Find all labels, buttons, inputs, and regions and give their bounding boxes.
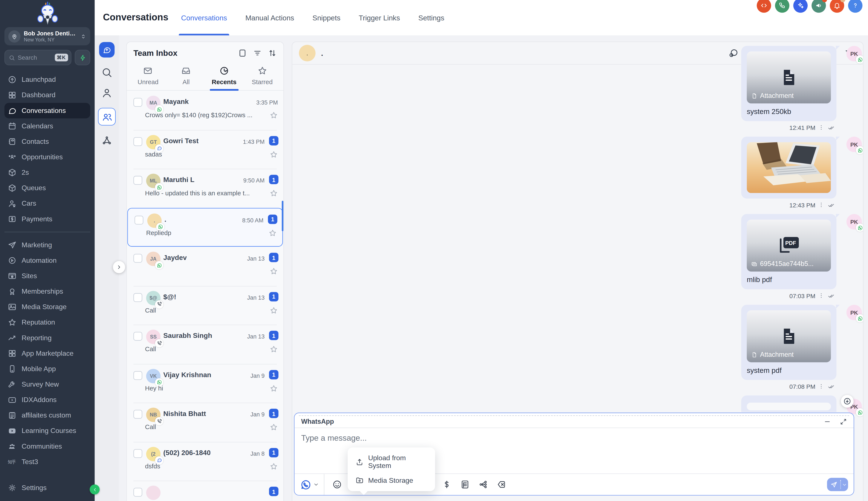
star-icon[interactable] xyxy=(269,228,277,237)
integrations-button[interactable] xyxy=(477,478,490,491)
sidebar-item-conversations[interactable]: Conversations xyxy=(4,103,90,118)
conversation-row[interactable]: VKVijay KrishnanJan 91Hey hi xyxy=(127,364,283,403)
sidebar-collapse-button[interactable] xyxy=(90,484,100,494)
tab-snippets[interactable]: Snippets xyxy=(312,0,340,35)
conversation-row[interactable]: NBNishita BhattJan 91Call xyxy=(127,403,283,442)
attachment-card[interactable]: Attachment xyxy=(747,310,831,362)
sidebar-item-queues[interactable]: Queues xyxy=(0,180,95,196)
expand-panel-button[interactable] xyxy=(113,261,125,273)
sidebar-item-learning-courses[interactable]: Learning Courses xyxy=(0,423,95,438)
row-checkbox[interactable] xyxy=(134,98,142,107)
sidebar-item-dashboard[interactable]: Dashboard xyxy=(0,87,95,103)
help-button[interactable] xyxy=(848,0,862,13)
sidebar-item-payments[interactable]: Payments xyxy=(0,211,95,227)
send-options-chevron-icon[interactable] xyxy=(841,482,848,487)
filter-icon[interactable] xyxy=(253,49,262,57)
minimize-icon[interactable] xyxy=(824,418,831,425)
star-icon[interactable] xyxy=(270,306,278,315)
sidebar-item-marketing[interactable]: Marketing xyxy=(0,237,95,253)
account-switcher[interactable]: Bob Jones Dentistry ... New York, NY xyxy=(4,27,90,45)
conversation-row[interactable]: GTGowri Test1:43 PM1sadas xyxy=(127,130,283,169)
expand-icon[interactable] xyxy=(840,418,847,425)
sidebar-item-launchpad[interactable]: Launchpad xyxy=(0,72,95,87)
conversation-row[interactable]: 1 xyxy=(127,481,283,501)
menu-item-media-storage[interactable]: Media Storage xyxy=(348,473,435,488)
sidebar-item-sites[interactable]: Sites xyxy=(0,268,95,284)
forms-button[interactable] xyxy=(458,478,472,491)
sidebar-item-survey-new[interactable]: Survey New xyxy=(0,377,95,392)
request-payment-button[interactable] xyxy=(440,478,453,491)
tab-settings[interactable]: Settings xyxy=(418,0,444,35)
inbox-tab-recents[interactable]: Recents xyxy=(205,62,243,90)
tab-trigger-links[interactable]: Trigger Links xyxy=(359,0,400,35)
channel-selector[interactable] xyxy=(300,479,319,490)
row-checkbox[interactable] xyxy=(134,449,142,458)
search-conversations-button[interactable] xyxy=(102,67,113,78)
tab-conversations[interactable]: Conversations xyxy=(181,0,227,35)
attached-image[interactable] xyxy=(747,142,831,193)
list-scrollbar[interactable] xyxy=(282,201,283,231)
scroll-to-bottom-button[interactable] xyxy=(841,395,854,408)
tab-manual-actions[interactable]: Manual Actions xyxy=(245,0,294,35)
team-inbox-view-button[interactable] xyxy=(98,108,116,125)
conversation-row[interactable]: MLMaruthi L9:50 AM1Hello - updated this … xyxy=(127,169,283,208)
conversation-row[interactable]: MAMayank3:35 PMCrows only= $140 (reg $19… xyxy=(127,91,283,130)
sidebar-item-mobile-app[interactable]: Mobile App xyxy=(0,361,95,376)
search-input[interactable]: Search ⌘K xyxy=(4,50,72,65)
conversation-row[interactable]: (2(502) 206-1840Jan 81dsfds xyxy=(127,441,283,481)
sidebar-item-calendars[interactable]: Calendars xyxy=(0,118,95,134)
row-checkbox[interactable] xyxy=(134,137,142,146)
sidebar-item-memberships[interactable]: Memberships xyxy=(0,284,95,299)
sidebar-item-media-storage[interactable]: Media Storage xyxy=(0,299,95,315)
dialer-button[interactable] xyxy=(775,0,789,13)
row-checkbox[interactable] xyxy=(134,488,142,497)
sidebar-item-opportunities[interactable]: Opportunities xyxy=(0,149,95,165)
message-options-icon[interactable] xyxy=(818,383,824,390)
sidebar-item-reputation[interactable]: Reputation xyxy=(0,315,95,330)
dev-tools-button[interactable] xyxy=(757,0,771,13)
sidebar-item-affilaites-custom[interactable]: affilaites custom xyxy=(0,408,95,423)
ai-assistant-button[interactable] xyxy=(793,0,808,13)
new-conversation-button[interactable] xyxy=(99,42,115,57)
star-icon[interactable] xyxy=(270,423,278,431)
emoji-picker-button[interactable] xyxy=(331,478,344,491)
row-checkbox[interactable] xyxy=(135,215,143,224)
send-button[interactable] xyxy=(827,478,848,491)
conversation-row-selected[interactable]: ..8:50 AM1Repliedp xyxy=(127,207,283,247)
sidebar-item-automation[interactable]: Automation xyxy=(0,253,95,268)
announcements-button[interactable] xyxy=(812,0,826,13)
conversation-row[interactable]: SSSaurabh SinghJan 131Call xyxy=(127,324,283,364)
message-options-icon[interactable] xyxy=(818,124,824,131)
message-options-icon[interactable] xyxy=(818,201,824,209)
sidebar-item-settings[interactable]: Settings xyxy=(0,480,95,495)
star-icon[interactable] xyxy=(270,150,278,159)
menu-item-upload-from-system[interactable]: Upload from System xyxy=(348,451,435,473)
row-checkbox[interactable] xyxy=(134,410,142,418)
attachment-card[interactable]: Attachment xyxy=(747,52,831,104)
inbox-tab-all[interactable]: All xyxy=(167,62,205,90)
select-all-icon[interactable] xyxy=(238,49,247,57)
star-icon[interactable] xyxy=(270,462,278,470)
sidebar-item-2s[interactable]: 2s xyxy=(0,165,95,180)
contacts-view-button[interactable] xyxy=(102,87,113,98)
sort-icon[interactable] xyxy=(268,49,277,57)
message-options-icon[interactable] xyxy=(818,292,824,299)
sidebar-item-cars[interactable]: Cars xyxy=(0,196,95,211)
row-checkbox[interactable] xyxy=(134,332,142,341)
sidebar-item-communities[interactable]: Communities xyxy=(0,438,95,454)
sidebar-item-test3[interactable]: 知乎Test3 xyxy=(0,454,95,469)
star-icon[interactable] xyxy=(270,111,278,119)
conversation-row[interactable]: JAJaydevJan 131 xyxy=(127,247,283,286)
star-icon[interactable] xyxy=(270,384,278,392)
conversation-row[interactable]: $@$@!Jan 131Call xyxy=(127,286,283,325)
sidebar-item-reporting[interactable]: Reporting xyxy=(0,330,95,345)
notifications-button[interactable] xyxy=(830,0,844,13)
clear-message-button[interactable] xyxy=(495,478,508,491)
sidebar-item-contacts[interactable]: Contacts xyxy=(0,134,95,149)
star-icon[interactable] xyxy=(270,267,278,275)
quick-actions-button[interactable] xyxy=(75,50,90,65)
inbox-tab-starred[interactable]: Starred xyxy=(243,62,281,90)
row-checkbox[interactable] xyxy=(134,371,142,380)
star-icon[interactable] xyxy=(270,345,278,353)
row-checkbox[interactable] xyxy=(134,176,142,184)
